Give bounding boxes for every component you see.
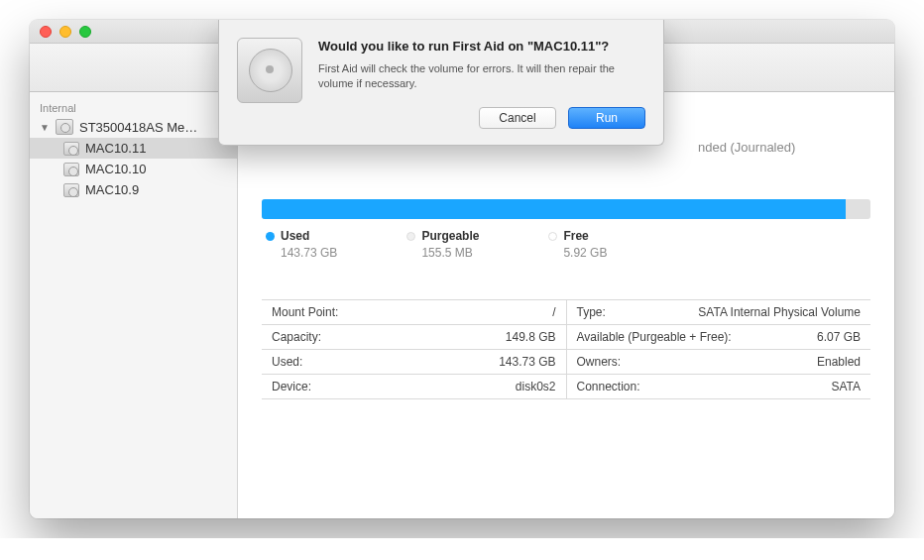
main-panel: nded (Journaled) Used 143.73 GB Purgeabl… <box>238 92 894 518</box>
legend-free-value: 5.92 GB <box>563 246 607 260</box>
hard-drive-icon <box>56 119 73 135</box>
hard-drive-large-icon <box>237 38 302 103</box>
info-row: Device:disk0s2 <box>262 375 566 399</box>
cancel-button[interactable]: Cancel <box>479 107 556 129</box>
sidebar-section-header: Internal <box>30 98 237 116</box>
legend-dot-used <box>266 232 275 241</box>
disk-utility-window: Disk Utility ✚ First Aid ◔ Partition ⌫ E… <box>30 20 894 518</box>
disclosure-triangle-icon[interactable]: ▼ <box>40 122 50 133</box>
legend-dot-free <box>548 232 557 241</box>
legend-free-label: Free <box>563 229 588 243</box>
legend-purgeable-value: 155.5 MB <box>421 246 479 260</box>
info-row: Available (Purgeable + Free):6.07 GB <box>567 325 871 350</box>
sidebar-volume-mac10-10[interactable]: MAC10.10 <box>30 159 237 179</box>
info-row: Used:143.73 GB <box>262 350 566 375</box>
sidebar-drive-parent[interactable]: ▼ ST3500418AS Me… <box>30 116 237 138</box>
sidebar-volume-mac10-11[interactable]: MAC10.11 <box>30 138 237 159</box>
hard-drive-icon <box>63 163 79 176</box>
legend-used-label: Used <box>281 229 309 243</box>
sidebar: Internal ▼ ST3500418AS Me… MAC10.11 MAC1… <box>30 92 238 518</box>
sidebar-volume-mac10-9[interactable]: MAC10.9 <box>30 179 237 200</box>
info-row: Owners:Enabled <box>567 350 871 375</box>
legend-purgeable-label: Purgeable <box>421 229 479 243</box>
usage-legend: Used 143.73 GB Purgeable 155.5 MB Free 5… <box>262 219 870 260</box>
dialog-description: First Aid will check the volume for erro… <box>318 61 645 92</box>
volume-info-table: Mount Point:/ Capacity:149.8 GB Used:143… <box>262 299 870 399</box>
legend-used-value: 143.73 GB <box>281 246 337 260</box>
dialog-title: Would you like to run First Aid on "MAC1… <box>318 38 645 56</box>
hard-drive-icon <box>63 183 79 197</box>
info-row: Mount Point:/ <box>262 300 566 325</box>
run-button[interactable]: Run <box>568 107 645 129</box>
usage-bar <box>262 199 870 219</box>
first-aid-confirmation-dialog: Would you like to run First Aid on "MAC1… <box>218 20 664 146</box>
info-row: Connection:SATA <box>567 375 871 399</box>
info-row: Capacity:149.8 GB <box>262 325 566 350</box>
usage-fill-used <box>262 199 846 219</box>
legend-dot-purgeable <box>406 232 415 241</box>
info-row: Type:SATA Internal Physical Volume <box>567 300 871 325</box>
hard-drive-icon <box>63 142 79 156</box>
